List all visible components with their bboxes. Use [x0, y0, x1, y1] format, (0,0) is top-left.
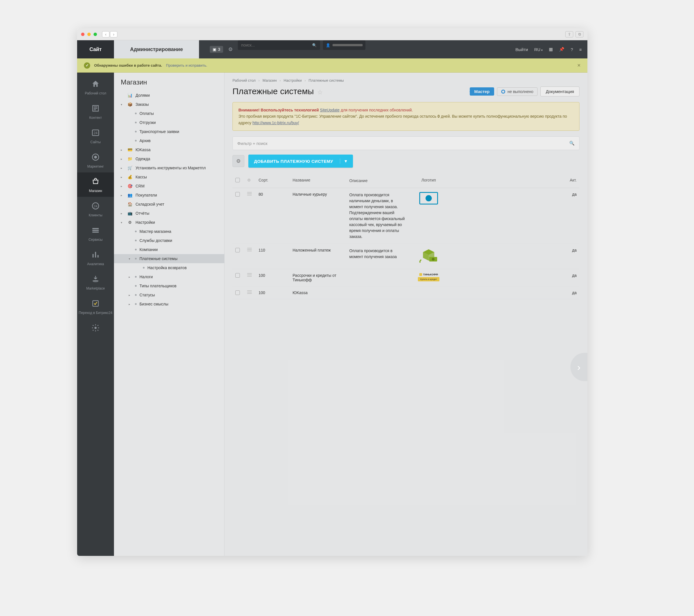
sidebar-item-content[interactable]: Контент — [77, 99, 114, 124]
tree-item[interactable]: Архив — [114, 136, 224, 145]
logout-link[interactable]: Выйти — [515, 47, 528, 52]
col-desc[interactable]: Описание — [349, 178, 406, 184]
col-active[interactable]: Акт. — [557, 178, 577, 182]
grid-icon[interactable]: ▦ — [549, 47, 553, 52]
gear-icon[interactable]: ⚙ — [228, 46, 233, 53]
tree-item[interactable]: ▸🛒Установить инструменты из Маркетпл — [114, 163, 224, 173]
tree-item[interactable]: ▸Статусы — [114, 290, 224, 300]
cash-logo-icon — [419, 192, 438, 204]
row-checkbox[interactable] — [235, 273, 240, 278]
table-settings-button[interactable]: ⚙ — [233, 155, 244, 167]
sidebar-item-shop[interactable]: Магазин — [77, 173, 114, 197]
tree-item[interactable]: ▸📁Одежда — [114, 154, 224, 163]
add-payment-system-button[interactable]: ДОБАВИТЬ ПЛАТЕЖНУЮ СИСТЕМУ ▾ — [248, 155, 353, 168]
col-sort[interactable]: Сорт. — [258, 178, 290, 182]
table-row[interactable]: 100ЮKassaда — [233, 287, 580, 299]
sidebar-item-clients[interactable]: 24Клиенты — [77, 197, 114, 221]
maximize-window[interactable] — [94, 33, 97, 36]
tree-item[interactable]: ▸👥Покупатели — [114, 191, 224, 200]
dot-icon — [135, 113, 136, 114]
tree-item[interactable]: Оплаты — [114, 109, 224, 118]
menu-icon[interactable]: ≡ — [579, 47, 582, 52]
drag-handle-icon[interactable] — [247, 290, 252, 294]
tree-item[interactable]: ▸Налоги — [114, 272, 224, 281]
select-all-checkbox[interactable] — [235, 178, 240, 182]
tree-item[interactable]: Мастер магазина — [114, 227, 224, 236]
drag-handle-icon[interactable] — [247, 273, 252, 276]
drag-handle-icon[interactable] — [247, 248, 252, 251]
row-checkbox[interactable] — [235, 248, 240, 252]
minimize-window[interactable] — [87, 33, 91, 36]
tree-item[interactable]: Транспортные заявки — [114, 127, 224, 136]
close-icon[interactable]: × — [577, 62, 581, 69]
tree-item[interactable]: Типы плательщиков — [114, 281, 224, 290]
tree-item[interactable]: ▾📦Заказы — [114, 100, 224, 109]
share-icon[interactable]: ⇪ — [565, 31, 573, 37]
sidebar-item-services[interactable]: Сервисы — [77, 221, 114, 246]
pin-icon[interactable]: 📌 — [559, 47, 564, 52]
tree-item[interactable]: 📊Долями — [114, 91, 224, 100]
col-logo[interactable]: Логотип — [409, 178, 449, 182]
gear-icon[interactable]: ⚙ — [247, 178, 256, 182]
filter-search[interactable]: Фильтр + поиск 🔍 — [233, 137, 580, 150]
tabs-icon[interactable]: ⧉ — [576, 31, 583, 37]
buy-link[interactable]: http://www.1c-bitrix.ru/buy/ — [252, 121, 299, 125]
tree-item-label: Кассы — [135, 175, 147, 179]
favorite-star-icon[interactable]: ☆ — [317, 89, 323, 96]
lang-selector[interactable]: RU — [534, 47, 542, 52]
table-row[interactable]: 100Рассрочки и кредиты от ТинькоффТИНЬКО… — [233, 269, 580, 287]
sidebar-item-label: Клиенты — [89, 213, 102, 217]
tab-site[interactable]: Сайт — [77, 40, 114, 58]
back-button[interactable]: ‹ — [102, 31, 109, 37]
top-search[interactable]: 🔍 — [238, 40, 320, 50]
alert-action-link[interactable]: Проверить и исправить. — [166, 63, 207, 68]
sidebar-item-analytics[interactable]: Аналитика — [77, 246, 114, 270]
tree-item[interactable]: ▾Платежные системы — [114, 254, 224, 263]
master-tag[interactable]: Мастер — [470, 87, 494, 95]
tree-item[interactable]: 🏠Складской учет — [114, 200, 224, 209]
marketing-icon — [90, 152, 101, 162]
row-checkbox[interactable] — [235, 192, 240, 197]
sidebar-item-desktop[interactable]: Рабочий стол — [77, 75, 114, 99]
sidebar-item-marketing[interactable]: Маркетинг — [77, 148, 114, 173]
breadcrumb-item[interactable]: Платежные системы — [309, 78, 344, 83]
table-row[interactable]: 80Наличные курьеруОплата производится на… — [233, 188, 580, 244]
help-icon[interactable]: ? — [571, 47, 573, 52]
breadcrumb-item[interactable]: Рабочий стол — [233, 78, 256, 83]
drag-handle-icon[interactable] — [247, 192, 252, 195]
tree-item[interactable]: ▸💰Кассы — [114, 173, 224, 182]
row-checkbox[interactable] — [235, 290, 240, 295]
tree-item[interactable]: ▸Бизнес смыслы — [114, 300, 224, 309]
side-expand-arrow[interactable]: › — [570, 353, 587, 381]
tree-item[interactable]: ▸🎯CRM — [114, 182, 224, 191]
tab-admin[interactable]: Администрирование — [114, 40, 199, 58]
tree-item[interactable]: Компании — [114, 245, 224, 254]
documentation-button[interactable]: Документация — [540, 87, 580, 96]
tree-item[interactable]: Службы доставки — [114, 236, 224, 245]
tree-item[interactable]: ▾⚙Настройки — [114, 218, 224, 227]
close-window[interactable] — [81, 33, 85, 36]
breadcrumb-item[interactable]: Магазин — [262, 78, 277, 83]
add-button-dropdown-icon[interactable]: ▾ — [340, 159, 347, 164]
search-icon: 🔍 — [569, 141, 574, 146]
sidebar-item-marketplace[interactable]: Marketplace — [77, 270, 114, 294]
siteupdate-link[interactable]: SiteUpdate — [320, 108, 340, 112]
user-chip[interactable]: 👤 — [323, 40, 365, 50]
content-icon — [90, 103, 101, 113]
tree-item[interactable]: Настройка возвратов — [114, 263, 224, 272]
tree-item-label: Налоги — [140, 274, 153, 279]
tree-item-label: Бизнес смыслы — [140, 302, 168, 306]
filter-placeholder: Фильтр + поиск — [237, 141, 267, 146]
forward-button[interactable]: › — [110, 31, 117, 37]
tree-item[interactable]: ▸💳ЮKassa — [114, 145, 224, 154]
sidebar-item-sites[interactable]: 24Сайты — [77, 124, 114, 148]
col-name[interactable]: Название — [293, 178, 346, 182]
search-input[interactable] — [241, 43, 312, 47]
table-row[interactable]: 110Наложенный платежОплата производится … — [233, 244, 580, 269]
breadcrumb-item[interactable]: Настройки — [284, 78, 302, 83]
notifications-badge[interactable]: ▣ 3 — [210, 46, 223, 53]
sidebar-item-bitrix24[interactable]: Переход в Битрикс24 — [77, 294, 114, 319]
sidebar-item-settings[interactable] — [77, 319, 114, 339]
tree-item[interactable]: ▸📺Отчёты — [114, 209, 224, 218]
tree-item[interactable]: Отгрузки — [114, 118, 224, 127]
